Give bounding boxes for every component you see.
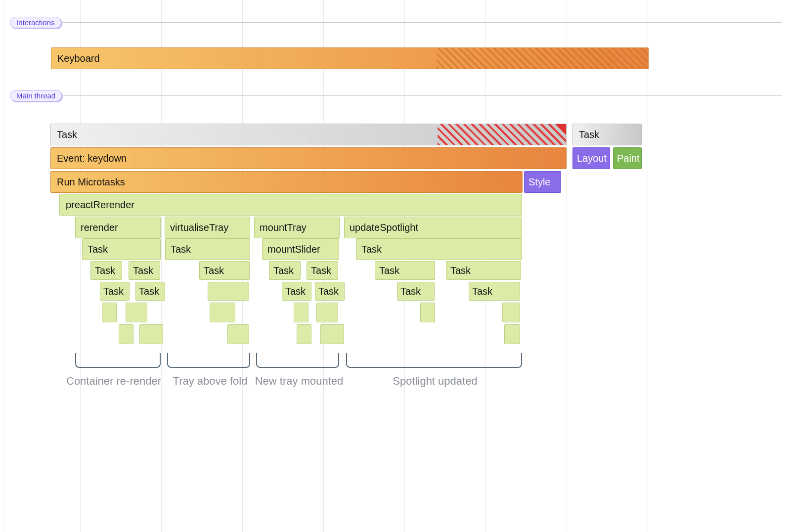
nested-task-3: Task [356,238,522,260]
tiny-task [210,303,235,322]
leaf-task: Task [90,261,122,280]
event-keydown-bar: Event: keydown [50,147,567,169]
tiny-task [320,324,344,344]
event-keydown-label: Event: keydown [57,153,127,164]
rerender-bar: rerender [75,217,161,238]
preact-rerender-label: preactRerender [66,199,134,211]
bracket-label-tray: Tray above fold [163,375,257,388]
leaf-task: Task [282,282,311,301]
paint-label: Paint [617,153,640,164]
layout-bar: Layout [572,147,610,169]
leaf-task: Task [375,261,435,280]
nested-task-2: Task [165,238,250,260]
main-task-bar: Task [50,124,567,145]
leaf-task: Task [307,261,338,280]
tiny-task [420,303,435,322]
keyboard-interaction-bar: Keyboard [51,47,649,69]
interactions-pill: Interactions [10,17,61,28]
keyboard-label: Keyboard [57,53,100,64]
tiny-task [139,324,163,344]
style-bar: Style [524,171,561,193]
tiny-task [297,324,311,344]
bracket-new-tray [256,353,339,368]
layout-label: Layout [577,153,607,164]
mount-tray-bar: mountTray [254,217,340,238]
update-spotlight-bar: updateSpotlight [344,217,522,238]
run-microtasks-label: Run Microtasks [57,177,125,188]
style-label: Style [528,177,550,188]
leaf-task: Task [199,261,250,280]
run-microtasks-bar: Run Microtasks [50,171,523,193]
bracket-label-new-tray: New tray mounted [250,375,349,388]
tiny-task [102,303,117,322]
bracket-spotlight [346,353,522,368]
leaf-task: Task [129,261,160,280]
bracket-label-spotlight: Spotlight updated [366,375,504,388]
preact-rerender-bar: preactRerender [59,194,522,216]
leaf-task: Task [269,261,301,280]
leaf-task [208,282,249,301]
main-task-label: Task [57,129,77,140]
bracket-label-container: Container re-render [44,375,183,388]
tiny-task [502,303,520,322]
bracket-container-rerender [75,353,161,368]
nested-task-1: Task [82,238,161,260]
tiny-task [316,303,338,322]
leaf-task: Task [469,282,520,301]
bracket-tray-above [167,353,250,368]
secondary-task-label: Task [579,129,599,140]
virtualise-tray-bar: virtualiseTray [165,217,250,238]
secondary-task-bar: Task [572,124,642,145]
leaf-task: Task [397,282,435,301]
leaf-task: Task [446,261,521,280]
leaf-task: Task [315,282,345,301]
paint-bar: Paint [613,147,642,169]
leaf-task: Task [100,282,130,301]
leaf-task: Task [135,282,165,301]
tiny-task [227,324,249,344]
tiny-task [294,303,308,322]
tiny-task [126,303,147,322]
tiny-task [504,324,520,344]
main-thread-pill: Main thread [10,90,62,101]
mount-slider-bar: mountSlider [262,238,339,260]
tiny-task [119,324,133,344]
